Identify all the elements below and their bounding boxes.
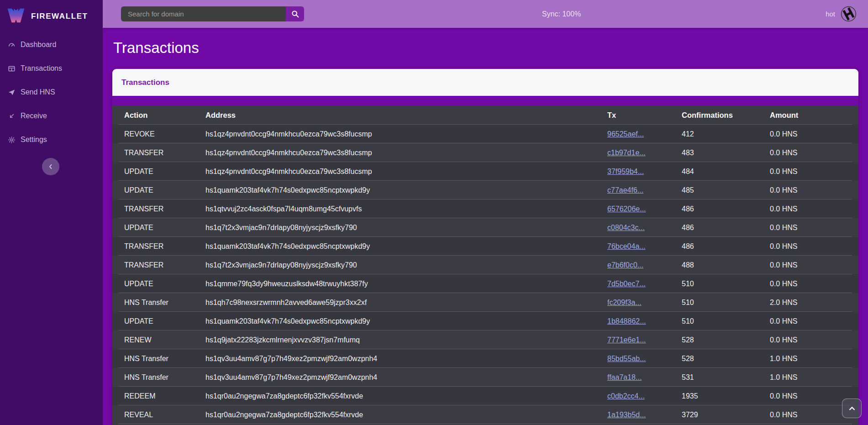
cell-confirmations: 3729 (682, 411, 770, 419)
table-row: UPDATE hs1qz4pnvdnt0ccg94nmkhcu0ezca79wc… (112, 162, 858, 181)
chevron-up-icon (848, 404, 856, 413)
handshake-logo-icon (840, 5, 857, 22)
cell-address: hs1quamk203taf4vk7h74s0edxpwc85ncptxwpkd… (205, 186, 607, 194)
table-header-row: Action Address Tx Confirmations Amount (112, 105, 858, 125)
tx-link[interactable]: 7771e6e1... (607, 336, 646, 344)
table-row: TRANSFER hs1quamk203taf4vk7h74s0edxpwc85… (112, 237, 858, 256)
cell-confirmations: 528 (682, 336, 770, 344)
tx-link[interactable]: 1a193b5d... (607, 411, 646, 419)
table-row: REVEAL hs1qr0au2ngegwa7za8gdeptc6fp32fkv… (112, 405, 858, 424)
cell-amount: 1.0 HNS (770, 355, 858, 363)
column-header-amount: Amount (770, 111, 858, 120)
tx-link[interactable]: c0804c3c... (607, 224, 645, 231)
gauge-icon (8, 41, 16, 49)
cell-action: UPDATE (124, 186, 205, 194)
sidebar-item-send-hns[interactable]: Send HNS (8, 85, 103, 99)
cell-address: hs1qz4pnvdnt0ccg94nmkhcu0ezca79wc3s8fucs… (205, 149, 607, 157)
cell-amount: 0.0 HNS (770, 261, 858, 269)
tx-link[interactable]: 76bce04a... (607, 242, 646, 250)
sidebar-nav: Dashboard Transactions Send HNS Receive … (0, 26, 103, 147)
sidebar-item-receive[interactable]: Receive (8, 109, 103, 123)
cell-address: hs1qr0au2ngegwa7za8gdeptc6fp32fkv554fxrv… (205, 411, 607, 419)
column-header-address: Address (205, 111, 607, 120)
tx-link[interactable]: c0db2cc4... (607, 392, 645, 400)
cell-action: REDEEM (124, 392, 205, 400)
cell-action: REVEAL (124, 411, 205, 419)
gear-icon (8, 136, 16, 144)
topbar: Sync: 100% hot (103, 0, 868, 28)
cell-address: hs1qh7c98nexsrzwrmnh2avved6awe59jzpr3xx2… (205, 299, 607, 307)
cell-amount: 1.0 HNS (770, 373, 858, 382)
cell-address: hs1quamk203taf4vk7h74s0edxpwc85ncptxwpkd… (205, 242, 607, 251)
transactions-table-body: REVOKE hs1qz4pnvdnt0ccg94nmkhcu0ezca79wc… (112, 125, 858, 424)
sidebar-collapse-button[interactable] (42, 158, 59, 175)
search-input[interactable] (121, 6, 286, 21)
cell-amount: 0.0 HNS (770, 224, 858, 232)
cell-confirmations: 485 (682, 186, 770, 194)
cell-confirmations: 510 (682, 317, 770, 325)
wallet-indicator: hot (826, 5, 857, 22)
sidebar-item-transactions[interactable]: Transactions (8, 62, 103, 75)
tx-link[interactable]: 7d5b0ec7... (607, 280, 646, 288)
sync-status: Sync: 100% (542, 10, 581, 18)
cell-action: RENEW (124, 336, 205, 344)
cell-action: TRANSFER (124, 149, 205, 157)
cell-action: TRANSFER (124, 205, 205, 213)
search-button[interactable] (286, 6, 304, 21)
cell-action: UPDATE (124, 224, 205, 232)
cell-address: hs1qtvvuj2zc4asck0fspa7l4uqm8umg45cfvupv… (205, 205, 607, 213)
table-row: TRANSFER hs1q7t2x3vmjac9n7drlapy08nyjysc… (112, 256, 858, 274)
tx-link[interactable]: fc209f3a... (607, 299, 642, 306)
tx-link[interactable]: 85bd55ab... (607, 355, 646, 362)
cell-confirmations: 486 (682, 205, 770, 213)
cell-address: hs1qz4pnvdnt0ccg94nmkhcu0ezca79wc3s8fucs… (205, 168, 607, 176)
tx-link[interactable]: c1b97d1e... (607, 149, 646, 157)
receive-arrow-icon (8, 112, 16, 120)
cell-address: hs1qz4pnvdnt0ccg94nmkhcu0ezca79wc3s8fucs… (205, 130, 607, 138)
scroll-to-top-button[interactable] (842, 399, 862, 418)
tx-link[interactable]: 6576206e... (607, 205, 646, 213)
cell-confirmations: 510 (682, 299, 770, 307)
tx-link[interactable]: ffaa7a18... (607, 373, 642, 381)
cell-confirmations: 531 (682, 373, 770, 382)
cell-confirmations: 483 (682, 149, 770, 157)
hns-logo-button[interactable] (840, 5, 857, 22)
wallet-name-label: hot (826, 10, 835, 18)
tx-link[interactable]: 96525aef... (607, 130, 644, 138)
sidebar-item-settings[interactable]: Settings (8, 133, 103, 147)
cell-action: TRANSFER (124, 261, 205, 269)
column-header-tx: Tx (607, 111, 682, 120)
sidebar-item-label: Settings (21, 136, 47, 144)
table-row: UPDATE hs1quamk203taf4vk7h74s0edxpwc85nc… (112, 312, 858, 331)
cell-amount: 0.0 HNS (770, 336, 858, 344)
table-row: TRANSFER hs1qz4pnvdnt0ccg94nmkhcu0ezca79… (112, 143, 858, 162)
sidebar-item-dashboard[interactable]: Dashboard (8, 38, 103, 52)
cell-address: hs1qv3uu4amv87g7p7h49xez2pmzwjf92am0wzpn… (205, 355, 607, 363)
cell-amount: 0.0 HNS (770, 149, 858, 157)
sidebar-item-label: Transactions (21, 64, 62, 73)
table-row: HNS Transfer hs1qv3uu4amv87g7p7h49xez2pm… (112, 349, 858, 368)
cell-action: REVOKE (124, 130, 205, 138)
sidebar-item-label: Send HNS (21, 88, 55, 96)
cell-address: hs1q9jatx22283jzkcmlrnenjxvvzv387jsn7mfu… (205, 336, 607, 344)
chevron-left-icon (47, 163, 54, 170)
tx-link[interactable]: c77ae4f6... (607, 186, 643, 194)
cell-amount: 0.0 HNS (770, 168, 858, 176)
cell-action: HNS Transfer (124, 355, 205, 363)
table-row: UPDATE hs1qmme79fq3dy9hweuzuslksdw48trwu… (112, 274, 858, 293)
cell-confirmations: 1935 (682, 392, 770, 400)
cell-address: hs1qmme79fq3dy9hweuzuslksdw48trwuyhkt387… (205, 280, 607, 288)
cell-amount: 0.0 HNS (770, 280, 858, 288)
table-row: TRANSFER hs1qtvvuj2zc4asck0fspa7l4uqm8um… (112, 199, 858, 218)
cell-amount: 0.0 HNS (770, 317, 858, 325)
table-row: HNS Transfer hs1qv3uu4amv87g7p7h49xez2pm… (112, 368, 858, 387)
brand[interactable]: FIREWALLET (0, 0, 103, 26)
cell-confirmations: 488 (682, 261, 770, 269)
table-icon (8, 65, 16, 73)
tx-link[interactable]: e7b6f0c0... (607, 261, 643, 269)
firewallet-logo-icon (7, 8, 25, 25)
sidebar-item-label: Receive (21, 112, 47, 120)
tx-link[interactable]: 1b848862... (607, 317, 646, 325)
tx-link[interactable]: 37f959b4... (607, 168, 644, 175)
table-row: HNS Transfer hs1qh7c98nexsrzwrmnh2avved6… (112, 293, 858, 312)
